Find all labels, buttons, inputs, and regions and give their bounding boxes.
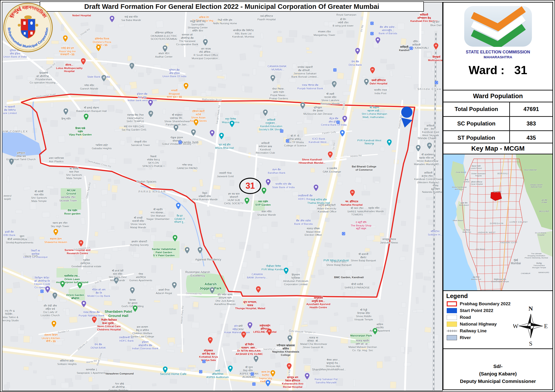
svg-text:✝: ✝ [10,159,12,162]
bus-stop-icon [370,32,374,35]
green-map-pin-icon [60,281,65,288]
highway-swatch-icon [447,321,457,327]
river-swatch-icon [447,335,457,340]
map-label: MANKHURD [538,271,549,274]
green-map-pin-icon [133,305,138,313]
teal-map-pin-icon [228,365,233,373]
road-swatch-icon [447,315,457,320]
bus-stop-icon [370,22,374,25]
gray-map-pin-icon [210,287,215,295]
svg-text:H: H [372,68,373,71]
gray-map-pin-icon [203,39,208,47]
compass-rose-icon: N S W E [513,306,548,346]
bus-stop-icon [286,139,289,143]
purple-map-pin-icon [305,373,310,381]
svg-text:H: H [257,287,259,290]
legend-title: Legend [446,292,552,300]
teal-map-pin-icon [284,267,289,275]
ward-population-table: Ward Population Total Population 47691 S… [443,90,553,143]
key-map-box: Key Map - MCGM Gorai Be [443,143,553,291]
gray-map-pin-icon: ॐ [148,111,153,118]
start-point-marker-icon [401,106,413,129]
map-label: ANDHERI WEST [477,232,496,234]
map-label: Juhu Beach [475,248,485,250]
svg-text:ॐ: ॐ [150,112,152,114]
bus-stop-icon [409,47,413,50]
bmc-logo: बृहन्मुंबई महानगरपालिका Brihanmumbai Mun… [3,3,53,53]
sec-subtitle: MAHARASHTRA [443,55,552,59]
red-map-pin-icon: H [241,331,246,339]
purple-map-pin-icon [110,16,115,23]
key-map-title: Key Map - MCGM [443,143,552,154]
gray-map-pin-icon: ॐ [427,143,432,150]
svg-text:H: H [93,318,95,321]
map-label: Silver Beach [453,220,463,221]
map-label: आर मॉलR Mall [541,199,547,203]
orange-map-pin-icon [63,35,68,43]
bus-stop-icon [336,121,340,124]
gray-map-pin-icon: ✝ [9,158,14,166]
map-label: MULUND [539,210,549,213]
start-swatch-icon [447,308,457,313]
gray-map-pin-icon [198,247,203,255]
bus-stop-icon [199,370,202,373]
gray-map-pin-icon [163,45,168,53]
map-label: मुंबईMumbai [511,259,521,265]
blue-map-pin-icon [340,130,345,138]
map-label: BORIVALI [497,172,509,175]
map-label: CHEMBUR [521,272,530,274]
gray-map-pin-icon [254,356,259,363]
map-label: GOREGAON [490,222,504,225]
legend-item-label: Prabhag Boundary 2022 [460,301,511,306]
ward-number: 31 [514,64,527,77]
teal-map-pin-icon [163,366,168,374]
map-label: सिद्धिविनायक मंदिरSiddhivinayak Temple [491,278,509,283]
teal-map-pin-icon [387,139,392,147]
purple-map-pin-icon [355,48,360,56]
legend-item-label: National Highway [460,321,497,327]
svg-text:H: H [329,152,331,155]
railway-swatch-icon [447,330,457,332]
gray-map-pin-icon: ✝ [52,292,58,300]
bus-stop-icon [333,68,336,71]
red-map-pin-icon: H [328,151,333,159]
gray-map-pin-icon [288,335,292,343]
map-label: AAREY COLONY [510,221,528,223]
compass-s: S [529,340,532,346]
green-map-pin-icon [373,328,378,335]
red-map-pin-icon: H [81,58,86,66]
purple-map-pin-icon [45,286,50,294]
compass-n: N [529,306,533,312]
row-label: Total Population [443,102,510,116]
map-label: Kinny Farmhouseand Resort [452,186,467,190]
svg-text:H: H [288,364,290,367]
svg-text:H: H [209,338,211,341]
title-bar: Draft Ward Formation For General Electio… [40,1,424,12]
green-map-pin-icon [84,114,89,121]
legend: Legend Prabhag Boundary 2022Start Point … [443,290,553,349]
compass-e: E [544,323,548,329]
ward-map: hindra BankNobel HospitalUCO Bankसाई बाब… [2,2,443,391]
orange-map-pin-icon [96,44,101,52]
gray-map-pin-icon: ॐ [332,81,337,89]
sec-title: STATE ELECTION COMMISSION [443,50,552,55]
ward-label: Ward : [469,64,504,77]
map-label: Sanjay GandhiNational Park [530,184,542,188]
red-map-pin-icon: H [256,286,261,294]
teal-map-pin-icon [230,121,234,128]
map-label: The UltimateShopping DestinationPhoenix … [525,253,548,259]
bus-stop-icon [252,382,256,386]
orange-map-pin-icon [53,229,58,236]
page-title: Draft Ward Formation For General Electio… [84,3,379,10]
boundary-swatch-icon [447,301,457,306]
row-label: SC Population [443,117,510,131]
legend-item-label: River [460,335,471,340]
gray-map-pin-icon: ॐ [114,277,119,285]
blue-map-pin-icon [266,380,270,388]
red-map-pin-icon: H [370,67,375,75]
key-map: Gorai BeachगोराइGORAIGlobal VipassanaPag… [443,154,552,290]
sec-logo-box: STATE ELECTION COMMISSION MAHARASHTRA Wa… [443,2,553,91]
map-label: MALAD [494,191,502,193]
signature-sd: Sd/- [443,363,552,369]
svg-text:H: H [435,44,437,47]
